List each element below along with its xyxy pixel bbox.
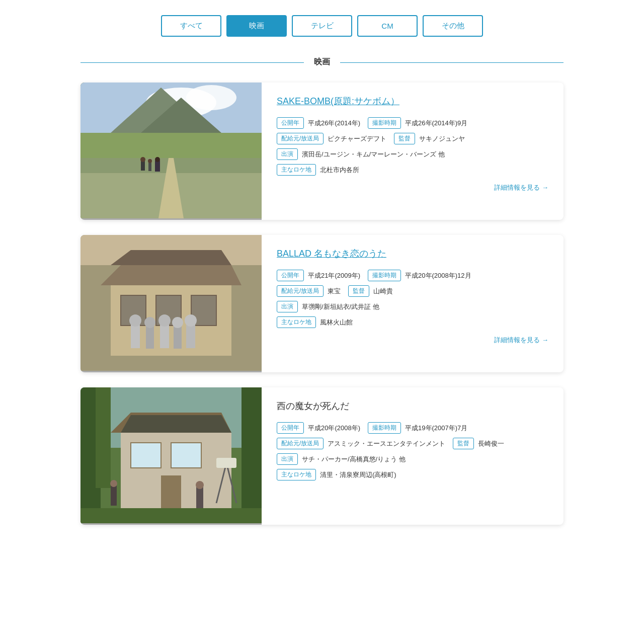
svg-rect-27: [160, 323, 169, 348]
svg-point-26: [144, 317, 155, 328]
shoot-period-value: 平成26年(2014年)9月: [405, 118, 467, 128]
release-year-value: 平成26年(2014年): [308, 118, 360, 128]
detail-link-1[interactable]: 詳細情報を見る →: [277, 336, 548, 345]
svg-rect-11: [155, 160, 160, 172]
movie-info-0: SAKE-BOMB(原題:サケボム）公開年平成26年(2014年)撮影時期平成2…: [262, 83, 564, 220]
info-row-dates: 公開年平成21年(2009年)撮影時期平成20年(2008年)12月: [277, 270, 548, 281]
movie-info-2: 西の魔女が死んだ公開年平成20年(2008年)撮影時期平成19年(2007年)7…: [262, 387, 564, 525]
svg-point-24: [129, 314, 141, 327]
location-label: 主なロケ地: [277, 316, 316, 328]
info-row-dist-director: 配給元/放送局ピクチャーズデフト監督サキノジュンヤ: [277, 133, 548, 144]
distributor-pair: 配給元/放送局アスミック・エースエンタテインメント: [277, 438, 445, 449]
svg-point-32: [185, 314, 197, 327]
release-year-label: 公開年: [277, 422, 304, 434]
svg-marker-40: [121, 415, 231, 433]
svg-point-45: [110, 480, 117, 487]
svg-rect-31: [186, 323, 195, 348]
cast-label: 出演: [277, 148, 298, 160]
director-pair: 監督サキノジュンヤ: [394, 133, 465, 144]
location-label: 主なロケ地: [277, 164, 316, 176]
filter-btn-other[interactable]: その他: [423, 15, 483, 37]
distributor-value: アスミック・エースエンタテインメント: [328, 439, 445, 449]
release-year-label: 公開年: [277, 270, 304, 281]
distributor-pair: 配給元/放送局ピクチャーズデフト: [277, 133, 386, 144]
movie-info-rows-0: 公開年平成26年(2014年)撮影時期平成26年(2014年)9月配給元/放送局…: [277, 117, 548, 176]
filter-btn-all[interactable]: すべて: [161, 15, 221, 37]
filter-btn-movie[interactable]: 映画: [226, 15, 287, 37]
info-row-cast: 出演濱田岳/ユージン・キム/マーレーン・バーンズ 他: [277, 148, 548, 160]
distributor-pair: 配給元/放送局東宝: [277, 285, 341, 297]
release-year-value: 平成21年(2009年): [308, 271, 360, 281]
director-value: 山崎貴: [373, 286, 393, 296]
svg-point-14: [155, 157, 160, 162]
svg-rect-43: [161, 475, 181, 508]
shoot-period-label: 撮影時期: [368, 422, 401, 434]
movies-list: SAKE-BOMB(原題:サケボム）公開年平成26年(2014年)撮影時期平成2…: [80, 83, 564, 525]
shoot-period-value: 平成19年(2007年)7月: [405, 423, 467, 433]
location-value: 風林火山館: [320, 317, 353, 328]
movie-info-rows-2: 公開年平成20年(2008年)撮影時期平成19年(2007年)7月配給元/放送局…: [277, 422, 548, 480]
director-label: 監督: [394, 133, 415, 144]
release-year-pair: 公開年平成26年(2014年): [277, 117, 360, 129]
main-container: すべて映画テレビCMその他 映画: [70, 0, 574, 555]
distributor-value: ピクチャーズデフト: [328, 134, 386, 144]
info-row-dist-director: 配給元/放送局アスミック・エースエンタテインメント監督長崎俊一: [277, 438, 548, 449]
shoot-period-label: 撮影時期: [368, 270, 401, 281]
director-value: 長崎俊一: [478, 439, 504, 449]
release-year-pair: 公開年平成21年(2009年): [277, 270, 360, 281]
location-label: 主なロケ地: [277, 469, 316, 480]
filter-bar: すべて映画テレビCMその他: [80, 15, 564, 37]
movie-image-2: [80, 387, 262, 525]
info-row-cast: 出演サチ・パーカー/高橋真悠/りょう 他: [277, 453, 548, 465]
cast-value: サチ・パーカー/高橋真悠/りょう 他: [302, 454, 406, 464]
director-label: 監督: [453, 438, 474, 449]
distributor-label: 配給元/放送局: [277, 133, 324, 144]
svg-point-30: [172, 317, 183, 328]
movie-card-0: SAKE-BOMB(原題:サケボム）公開年平成26年(2014年)撮影時期平成2…: [80, 83, 564, 220]
info-row-location: 主なロケ地風林火山館: [277, 316, 548, 328]
director-label: 監督: [348, 285, 369, 297]
svg-point-50: [196, 481, 204, 489]
cast-value: 濱田岳/ユージン・キム/マーレーン・バーンズ 他: [302, 149, 445, 159]
director-value: サキノジュンヤ: [419, 134, 465, 144]
svg-rect-41: [131, 443, 161, 468]
release-year-value: 平成20年(2008年): [308, 423, 360, 433]
svg-rect-10: [148, 162, 151, 171]
info-row-dates: 公開年平成26年(2014年)撮影時期平成26年(2014年)9月: [277, 117, 548, 129]
svg-rect-25: [146, 325, 154, 349]
movie-title-1[interactable]: BALLAD 名もなき恋のうた: [277, 248, 386, 260]
svg-point-12: [140, 157, 145, 162]
svg-rect-42: [171, 443, 201, 468]
shoot-period-label: 撮影時期: [368, 117, 401, 129]
svg-point-5: [186, 85, 236, 110]
shoot-period-pair: 撮影時期平成20年(2008年)12月: [368, 270, 471, 281]
svg-rect-37: [96, 387, 111, 488]
svg-rect-51: [80, 508, 262, 523]
release-year-label: 公開年: [277, 117, 304, 129]
filter-btn-cm[interactable]: CM: [357, 15, 418, 37]
filter-btn-tv[interactable]: テレビ: [292, 15, 352, 37]
movie-info-1: BALLAD 名もなき恋のうた公開年平成21年(2009年)撮影時期平成20年(…: [262, 235, 564, 372]
svg-point-13: [148, 159, 152, 163]
director-pair: 監督山崎貴: [348, 285, 393, 297]
director-pair: 監督長崎俊一: [453, 438, 504, 449]
movie-image-1: [80, 235, 262, 372]
svg-rect-49: [196, 487, 203, 508]
svg-marker-18: [101, 265, 242, 285]
info-row-dates: 公開年平成20年(2008年)撮影時期平成19年(2007年)7月: [277, 422, 548, 434]
section-heading: 映画: [80, 57, 564, 67]
movie-image-0: [80, 83, 262, 220]
shoot-period-value: 平成20年(2008年)12月: [405, 271, 471, 281]
distributor-label: 配給元/放送局: [277, 438, 324, 449]
svg-rect-36: [242, 387, 262, 523]
movie-title-0[interactable]: SAKE-BOMB(原題:サケボム）: [277, 95, 399, 107]
info-row-dist-director: 配給元/放送局東宝監督山崎貴: [277, 285, 548, 297]
movie-info-rows-1: 公開年平成21年(2009年)撮影時期平成20年(2008年)12月配給元/放送…: [277, 270, 548, 328]
movie-title-2: 西の魔女が死んだ: [277, 400, 349, 412]
movie-card-1: BALLAD 名もなき恋のうた公開年平成21年(2009年)撮影時期平成20年(…: [80, 235, 564, 372]
location-value: 清里・清泉寮周辺(高根町): [320, 470, 396, 480]
info-row-location: 主なロケ地清里・清泉寮周辺(高根町): [277, 469, 548, 480]
detail-link-0[interactable]: 詳細情報を見る →: [277, 183, 548, 192]
info-row-location: 主なロケ地北杜市内各所: [277, 164, 548, 176]
distributor-label: 配給元/放送局: [277, 285, 324, 297]
